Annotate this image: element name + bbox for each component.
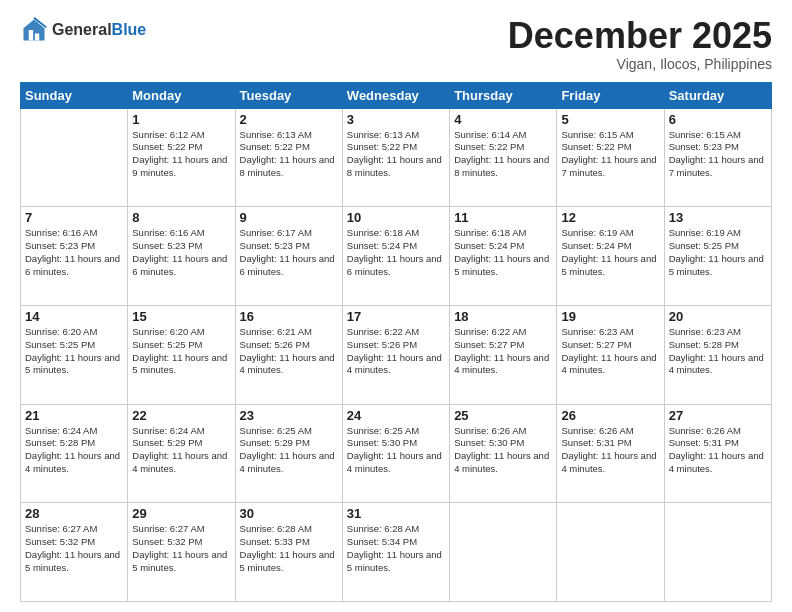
day-number: 25 [454, 408, 552, 423]
day-number: 5 [561, 112, 659, 127]
cell-info: Sunrise: 6:16 AMSunset: 5:23 PMDaylight:… [132, 227, 230, 278]
day-number: 9 [240, 210, 338, 225]
table-row: 5Sunrise: 6:15 AMSunset: 5:22 PMDaylight… [557, 108, 664, 207]
col-friday: Friday [557, 82, 664, 108]
day-number: 11 [454, 210, 552, 225]
cell-info: Sunrise: 6:13 AMSunset: 5:22 PMDaylight:… [240, 129, 338, 180]
table-row: 7Sunrise: 6:16 AMSunset: 5:23 PMDaylight… [21, 207, 128, 306]
calendar-week-row: 7Sunrise: 6:16 AMSunset: 5:23 PMDaylight… [21, 207, 772, 306]
cell-info: Sunrise: 6:12 AMSunset: 5:22 PMDaylight:… [132, 129, 230, 180]
table-row: 29Sunrise: 6:27 AMSunset: 5:32 PMDayligh… [128, 503, 235, 602]
cell-info: Sunrise: 6:28 AMSunset: 5:34 PMDaylight:… [347, 523, 445, 574]
calendar-week-row: 28Sunrise: 6:27 AMSunset: 5:32 PMDayligh… [21, 503, 772, 602]
page: GeneralBlue December 2025 Vigan, Ilocos,… [0, 0, 792, 612]
cell-info: Sunrise: 6:23 AMSunset: 5:28 PMDaylight:… [669, 326, 767, 377]
cell-info: Sunrise: 6:27 AMSunset: 5:32 PMDaylight:… [132, 523, 230, 574]
col-tuesday: Tuesday [235, 82, 342, 108]
cell-info: Sunrise: 6:25 AMSunset: 5:29 PMDaylight:… [240, 425, 338, 476]
day-number: 3 [347, 112, 445, 127]
logo-text: GeneralBlue [52, 21, 146, 39]
logo-general: General [52, 21, 112, 38]
table-row [557, 503, 664, 602]
table-row: 27Sunrise: 6:26 AMSunset: 5:31 PMDayligh… [664, 404, 771, 503]
svg-rect-3 [35, 34, 39, 41]
table-row: 25Sunrise: 6:26 AMSunset: 5:30 PMDayligh… [450, 404, 557, 503]
cell-info: Sunrise: 6:25 AMSunset: 5:30 PMDaylight:… [347, 425, 445, 476]
table-row: 22Sunrise: 6:24 AMSunset: 5:29 PMDayligh… [128, 404, 235, 503]
day-number: 8 [132, 210, 230, 225]
day-number: 28 [25, 506, 123, 521]
day-number: 19 [561, 309, 659, 324]
cell-info: Sunrise: 6:24 AMSunset: 5:29 PMDaylight:… [132, 425, 230, 476]
table-row: 14Sunrise: 6:20 AMSunset: 5:25 PMDayligh… [21, 305, 128, 404]
cell-info: Sunrise: 6:27 AMSunset: 5:32 PMDaylight:… [25, 523, 123, 574]
day-number: 21 [25, 408, 123, 423]
table-row: 23Sunrise: 6:25 AMSunset: 5:29 PMDayligh… [235, 404, 342, 503]
table-row [664, 503, 771, 602]
table-row: 12Sunrise: 6:19 AMSunset: 5:24 PMDayligh… [557, 207, 664, 306]
table-row: 11Sunrise: 6:18 AMSunset: 5:24 PMDayligh… [450, 207, 557, 306]
table-row: 15Sunrise: 6:20 AMSunset: 5:25 PMDayligh… [128, 305, 235, 404]
day-number: 16 [240, 309, 338, 324]
cell-info: Sunrise: 6:26 AMSunset: 5:30 PMDaylight:… [454, 425, 552, 476]
day-number: 6 [669, 112, 767, 127]
month-title: December 2025 [508, 16, 772, 56]
svg-rect-2 [29, 30, 33, 41]
cell-info: Sunrise: 6:16 AMSunset: 5:23 PMDaylight:… [25, 227, 123, 278]
col-thursday: Thursday [450, 82, 557, 108]
day-number: 31 [347, 506, 445, 521]
col-sunday: Sunday [21, 82, 128, 108]
calendar-week-row: 21Sunrise: 6:24 AMSunset: 5:28 PMDayligh… [21, 404, 772, 503]
table-row: 4Sunrise: 6:14 AMSunset: 5:22 PMDaylight… [450, 108, 557, 207]
logo: GeneralBlue [20, 16, 146, 44]
table-row [450, 503, 557, 602]
cell-info: Sunrise: 6:20 AMSunset: 5:25 PMDaylight:… [25, 326, 123, 377]
col-monday: Monday [128, 82, 235, 108]
cell-info: Sunrise: 6:24 AMSunset: 5:28 PMDaylight:… [25, 425, 123, 476]
day-number: 26 [561, 408, 659, 423]
location: Vigan, Ilocos, Philippines [508, 56, 772, 72]
cell-info: Sunrise: 6:18 AMSunset: 5:24 PMDaylight:… [454, 227, 552, 278]
logo-blue: Blue [112, 21, 147, 38]
cell-info: Sunrise: 6:22 AMSunset: 5:26 PMDaylight:… [347, 326, 445, 377]
table-row: 31Sunrise: 6:28 AMSunset: 5:34 PMDayligh… [342, 503, 449, 602]
logo-icon [20, 16, 48, 44]
day-number: 14 [25, 309, 123, 324]
table-row: 3Sunrise: 6:13 AMSunset: 5:22 PMDaylight… [342, 108, 449, 207]
cell-info: Sunrise: 6:26 AMSunset: 5:31 PMDaylight:… [669, 425, 767, 476]
cell-info: Sunrise: 6:28 AMSunset: 5:33 PMDaylight:… [240, 523, 338, 574]
cell-info: Sunrise: 6:18 AMSunset: 5:24 PMDaylight:… [347, 227, 445, 278]
day-number: 2 [240, 112, 338, 127]
table-row: 30Sunrise: 6:28 AMSunset: 5:33 PMDayligh… [235, 503, 342, 602]
day-number: 17 [347, 309, 445, 324]
table-row: 16Sunrise: 6:21 AMSunset: 5:26 PMDayligh… [235, 305, 342, 404]
day-number: 13 [669, 210, 767, 225]
day-number: 20 [669, 309, 767, 324]
cell-info: Sunrise: 6:21 AMSunset: 5:26 PMDaylight:… [240, 326, 338, 377]
table-row: 19Sunrise: 6:23 AMSunset: 5:27 PMDayligh… [557, 305, 664, 404]
table-row: 1Sunrise: 6:12 AMSunset: 5:22 PMDaylight… [128, 108, 235, 207]
day-number: 7 [25, 210, 123, 225]
header: GeneralBlue December 2025 Vigan, Ilocos,… [20, 16, 772, 72]
table-row: 8Sunrise: 6:16 AMSunset: 5:23 PMDaylight… [128, 207, 235, 306]
day-number: 23 [240, 408, 338, 423]
cell-info: Sunrise: 6:13 AMSunset: 5:22 PMDaylight:… [347, 129, 445, 180]
table-row: 6Sunrise: 6:15 AMSunset: 5:23 PMDaylight… [664, 108, 771, 207]
cell-info: Sunrise: 6:26 AMSunset: 5:31 PMDaylight:… [561, 425, 659, 476]
table-row: 21Sunrise: 6:24 AMSunset: 5:28 PMDayligh… [21, 404, 128, 503]
table-row: 9Sunrise: 6:17 AMSunset: 5:23 PMDaylight… [235, 207, 342, 306]
calendar-header-row: Sunday Monday Tuesday Wednesday Thursday… [21, 82, 772, 108]
calendar-week-row: 14Sunrise: 6:20 AMSunset: 5:25 PMDayligh… [21, 305, 772, 404]
day-number: 18 [454, 309, 552, 324]
day-number: 4 [454, 112, 552, 127]
table-row [21, 108, 128, 207]
day-number: 1 [132, 112, 230, 127]
table-row: 24Sunrise: 6:25 AMSunset: 5:30 PMDayligh… [342, 404, 449, 503]
table-row: 28Sunrise: 6:27 AMSunset: 5:32 PMDayligh… [21, 503, 128, 602]
cell-info: Sunrise: 6:22 AMSunset: 5:27 PMDaylight:… [454, 326, 552, 377]
day-number: 10 [347, 210, 445, 225]
day-number: 15 [132, 309, 230, 324]
day-number: 12 [561, 210, 659, 225]
day-number: 22 [132, 408, 230, 423]
table-row: 26Sunrise: 6:26 AMSunset: 5:31 PMDayligh… [557, 404, 664, 503]
